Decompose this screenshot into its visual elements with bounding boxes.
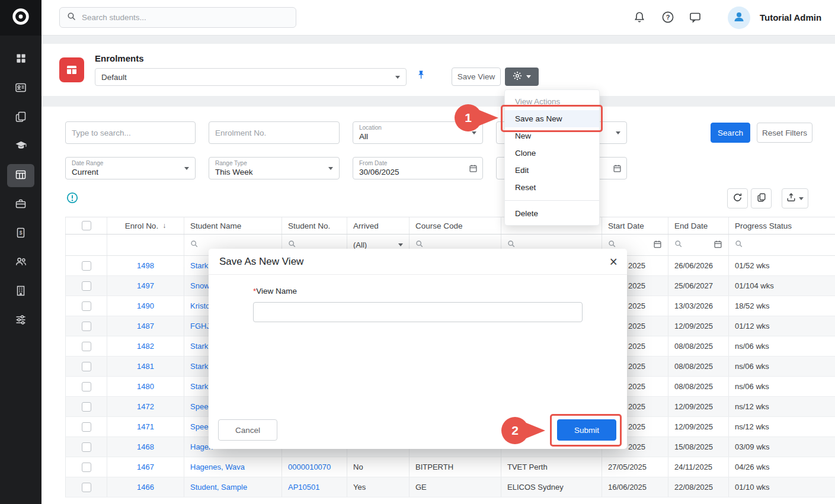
header-student-no[interactable]: Student No.	[282, 217, 347, 234]
cell-student_no[interactable]: 0000010070	[282, 457, 347, 477]
date-range-filter[interactable]: Date Range Current	[65, 157, 196, 179]
cell-enrol_no[interactable]: 1480	[107, 377, 184, 396]
header-progress-status[interactable]: Progress Status	[729, 217, 835, 234]
cell-end_date: 12/09/2025	[668, 316, 729, 336]
cell-enrol_no[interactable]: 1467	[107, 457, 184, 477]
search-input[interactable]	[82, 13, 289, 22]
calendar-icon[interactable]	[653, 240, 662, 251]
dashboard-icon	[15, 53, 27, 66]
user-avatar[interactable]	[728, 7, 750, 29]
sidebar-item-briefcase[interactable]	[7, 193, 34, 216]
chevron-down-icon	[799, 197, 804, 200]
cell-student_name[interactable]: Hagenes, Wava	[184, 457, 282, 477]
sidebar-item-organisations[interactable]	[7, 280, 34, 303]
row-checkbox[interactable]	[82, 322, 91, 331]
row-checkbox[interactable]	[82, 422, 91, 432]
cell-enrol_no[interactable]: 1468	[107, 437, 184, 457]
gear-icon	[513, 71, 522, 83]
row-checkbox[interactable]	[82, 281, 91, 291]
sort-descending-icon[interactable]: ↓	[162, 221, 166, 230]
filter-progress-status[interactable]	[729, 235, 835, 255]
row-checkbox[interactable]	[82, 483, 91, 492]
header-end-date[interactable]: End Date	[668, 217, 729, 234]
cell-enrol_no[interactable]: 1471	[107, 417, 184, 436]
sidebar-item-settings[interactable]	[7, 309, 34, 332]
search-icon	[67, 12, 76, 24]
calendar-icon[interactable]	[714, 240, 722, 251]
sidebar-item-enrolments[interactable]	[7, 164, 34, 187]
reset-filters-button[interactable]: Reset Filters	[757, 123, 812, 143]
sidebar-item-courses[interactable]	[7, 135, 34, 158]
student-search[interactable]	[59, 7, 296, 28]
sidebar-item-contacts[interactable]	[7, 77, 34, 100]
row-checkbox[interactable]	[82, 261, 91, 271]
row-checkbox[interactable]	[82, 342, 91, 351]
refresh-button[interactable]	[727, 188, 748, 208]
header-course-code[interactable]: Course Code	[409, 217, 501, 234]
cell-progress: 04/26 wks	[729, 457, 835, 477]
cell-enrol_no[interactable]: 1498	[107, 256, 184, 275]
cell-end_date: 12/09/2025	[668, 417, 729, 436]
sidebar-item-documents[interactable]	[7, 106, 34, 129]
sidebar-item-agents[interactable]	[7, 251, 34, 274]
app-logo[interactable]	[0, 0, 41, 36]
filter-enrol-no	[107, 235, 184, 255]
info-icon[interactable]	[66, 192, 78, 204]
enrolment-no-filter[interactable]	[209, 121, 340, 144]
row-checkbox[interactable]	[82, 301, 91, 311]
cell-checkbox	[65, 417, 107, 436]
cell-enrol_no[interactable]: 1482	[107, 336, 184, 356]
search-button[interactable]: Search	[711, 123, 750, 143]
header-student-name[interactable]: Student Name	[184, 217, 282, 234]
row-checkbox[interactable]	[82, 382, 91, 391]
header-start-date[interactable]: Start Date	[602, 217, 668, 234]
select-all-checkbox[interactable]	[82, 221, 91, 230]
submit-button[interactable]: Submit	[557, 419, 616, 441]
menu-item-delete[interactable]: Delete	[505, 205, 599, 222]
cell-checkbox	[65, 276, 107, 296]
cell-enrol_no[interactable]: 1490	[107, 296, 184, 316]
from-date-filter[interactable]: From Date 30/06/2025	[353, 157, 483, 179]
chevron-down-icon	[398, 243, 403, 246]
text-search-input[interactable]	[72, 129, 189, 137]
help-button[interactable]: ?	[660, 11, 676, 26]
range-type-filter[interactable]: Range Type This Week	[209, 157, 340, 179]
menu-item-clone[interactable]: Clone	[505, 145, 599, 162]
cancel-button[interactable]: Cancel	[218, 419, 277, 441]
enrolments-module-icon	[59, 57, 84, 82]
export-button[interactable]	[782, 188, 808, 208]
filter-end-date[interactable]	[668, 235, 729, 255]
save-view-button[interactable]: Save View	[452, 68, 501, 86]
cell-enrol_no[interactable]: 1472	[107, 397, 184, 416]
header-enrol-no[interactable]: Enrol No.↓	[107, 217, 184, 234]
view-actions-button[interactable]	[505, 68, 539, 86]
cell-enrol_no[interactable]: 1466	[107, 477, 184, 497]
text-search-filter[interactable]	[65, 121, 196, 144]
header-arrived[interactable]: Arrived	[347, 217, 409, 234]
cell-enrol_no[interactable]: 1497	[107, 276, 184, 296]
sidebar-item-dashboard[interactable]	[7, 48, 34, 71]
view-name-input[interactable]	[253, 302, 583, 322]
row-checkbox[interactable]	[82, 402, 91, 412]
menu-item-new[interactable]: New	[505, 127, 599, 145]
chat-button[interactable]	[687, 11, 703, 26]
enrolment-no-input[interactable]	[215, 129, 333, 137]
pin-view-button[interactable]	[416, 70, 426, 82]
cell-student_no[interactable]: AP10501	[282, 477, 347, 497]
sidebar-item-invoices[interactable]: $	[7, 222, 34, 245]
logo-swirl-icon	[10, 6, 31, 30]
row-checkbox[interactable]	[82, 442, 91, 452]
cell-enrol_no[interactable]: 1487	[107, 316, 184, 336]
view-selector[interactable]: Default	[95, 68, 407, 86]
cell-end_date: 08/08/2025	[668, 357, 729, 376]
row-checkbox[interactable]	[82, 362, 91, 371]
notifications-button[interactable]	[632, 11, 647, 26]
row-checkbox[interactable]	[82, 463, 91, 472]
menu-item-reset[interactable]: Reset	[505, 179, 599, 196]
menu-item-edit[interactable]: Edit	[505, 162, 599, 179]
copy-button[interactable]	[751, 188, 772, 208]
close-icon[interactable]: ×	[610, 252, 618, 271]
cell-student_name[interactable]: Student, Sample	[184, 477, 282, 497]
menu-item-save-as-new[interactable]: Save as New	[505, 110, 599, 127]
cell-enrol_no[interactable]: 1481	[107, 357, 184, 376]
